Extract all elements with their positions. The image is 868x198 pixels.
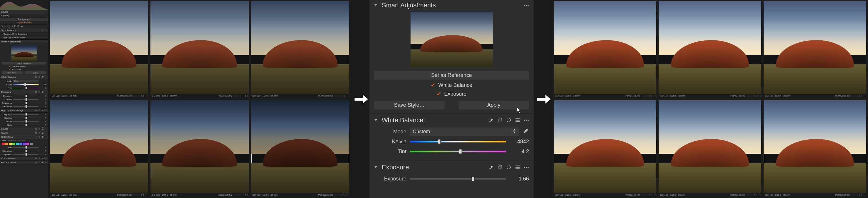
flow-arrow-icon [351,0,372,198]
exposure-slider[interactable] [410,178,506,180]
svg-rect-14 [516,167,520,168]
tint-slider[interactable] [410,151,506,152]
reset-icon[interactable]: ↺ [38,76,40,78]
lp-apply-button[interactable]: Apply [25,71,46,74]
set-as-reference-button[interactable]: Set as Reference [374,71,529,80]
lp-color-balance-header[interactable]: Color Balance⧉↺≣⋯ [0,156,48,161]
thumbnail[interactable]: ISO 1001/25 s35 mmP0000105.IIQ☆☆☆☆☆ [150,100,249,197]
svg-rect-12 [499,165,502,168]
save-style-button[interactable]: Save Style… [374,101,444,109]
svg-rect-11 [498,166,501,169]
layers-header[interactable]: Layers⋯ [0,10,48,14]
lp-levels-header[interactable]: Levels⧉↺≣⋯ [0,127,48,131]
eyedropper-icon[interactable] [523,128,529,135]
list-icon[interactable] [515,118,520,123]
svg-point-1 [526,5,527,6]
lp-white-balance-header[interactable]: White Balance⌖⧉↺≣⋯ [0,75,48,79]
center-inspector-panel: Smart Adjustments Set as Reference ✔Whit… [370,0,534,198]
copy-icon[interactable] [497,165,503,170]
lp-save-style-button[interactable]: Save Style… [2,71,24,74]
lp-wb-mode-row[interactable]: ModeShot [0,79,48,83]
lp-wb-tint-slider[interactable]: Tint0 [0,86,48,90]
tint-value[interactable]: 4.2 [510,149,529,155]
exposure-title: Exposure [382,163,485,171]
svg-point-2 [528,5,529,6]
layers-bg-row[interactable]: Background [0,17,48,21]
layers-opacity-row: Opacity [0,14,48,17]
thumbnail[interactable]: ISO 1001/25 s35 mmP0000101.IIQ☆☆☆☆☆ [554,1,657,98]
lp-bw-header[interactable]: Black & White⧉↺≣⋯ [0,161,48,165]
checkmark-icon: ✔ [437,91,441,97]
radial-icon[interactable]: ◯ [8,25,10,28]
lp-check-white-balance[interactable]: ✔White Balance [0,65,48,68]
svg-point-10 [528,120,529,121]
reset-icon[interactable] [506,165,512,170]
lp-smart-adjustments-header[interactable]: Smart Adjustments⋯ [0,40,48,44]
kelvin-slider[interactable] [410,141,506,143]
add-layer-icon[interactable]: ＋ [24,25,26,28]
thumbnail[interactable]: ISO 1001/25 s35 mmP0000104.IIQ☆☆☆☆☆ [554,100,657,197]
check-exposure[interactable]: ✔Exposure [374,91,529,97]
thumbnail[interactable]: ISO 1001/25 s35 mmP0000104.IIQ☆☆☆☆☆ [50,100,148,197]
eraser-icon[interactable]: ◧ [14,25,17,28]
svg-rect-4 [499,118,502,121]
chevron-down-icon[interactable] [374,3,378,8]
picker-tool-icon[interactable] [489,118,494,123]
chevron-down-icon[interactable] [374,165,378,170]
heal-icon[interactable]: ✚ [11,25,13,28]
wb-mode-row: Mode Custom [374,127,529,136]
thumbnail[interactable]: ISO 1001/25 s35 mmP0000103.IIQ☆☆☆☆☆ [251,1,349,98]
chevron-down-icon[interactable] [374,118,378,123]
white-balance-section: White Balance Mode Custom [370,114,534,161]
kelvin-value[interactable]: 4842 [510,138,529,145]
lp-set-reference-button[interactable]: Set as Reference [2,62,46,65]
smart-adjustments-section: Smart Adjustments Set as Reference ✔Whit… [370,0,534,114]
layers-copied-presets[interactable]: Copied Presets [0,21,48,25]
thumbnail-selected[interactable]: ISO 1001/25 s35 mmP0000106.IIQ☆☆☆☆☆ [251,100,349,197]
thumbnail-selected[interactable]: ISO 1001/25 s35 mmP0000106.IIQ☆☆☆☆☆ [764,100,866,197]
wb-tint-row: Tint 4.2 [374,147,529,156]
list-icon[interactable] [515,165,520,170]
layers-toolbar[interactable]: ✎ ▭ ◯ ✚ ◧ ▥ ⇄ ＋ ⋯ [0,25,48,28]
svg-rect-3 [498,119,501,122]
lp-clarity-header[interactable]: Clarity⧉↺≣⋯ [0,131,48,135]
lp-check-exposure[interactable]: ✔Exposure [0,68,48,71]
more-icon[interactable] [524,3,529,8]
more-icon[interactable] [524,165,529,170]
copy-icon[interactable] [497,118,503,123]
exposure-value[interactable]: 1.66 [510,176,529,182]
menu-icon[interactable]: ≣ [41,76,44,78]
invert-icon[interactable]: ⇄ [21,25,23,28]
picker-icon[interactable]: ⌖ [32,76,34,78]
reset-icon[interactable] [506,118,512,123]
check-white-balance[interactable]: ✔White Balance [374,82,529,88]
thumbnail[interactable]: ISO 1001/25 s35 mmP0000102.IIQ☆☆☆☆☆ [150,1,249,98]
lp-color-editor-header[interactable]: Color Editor⌖↺≣⋯ [0,135,48,139]
lp-color-swatches[interactable] [0,142,48,146]
svg-point-9 [526,120,527,121]
more-icon[interactable] [524,118,529,123]
svg-rect-5 [516,118,520,119]
lp-hdr-header[interactable]: High Dynamic Range⧉↺≣⋯ [0,109,48,113]
picker-tool-icon[interactable] [489,165,494,170]
lp-wb-kelvin-slider[interactable]: Kelvin5200 [0,83,48,86]
brush-icon[interactable]: ✎ [1,25,3,28]
wb-mode-select[interactable]: Custom [410,127,519,136]
style-brushes-custom[interactable]: Custom Style Brushes [0,33,48,36]
thumbnail[interactable]: ISO 1001/25 s35 mmP0000105.IIQ☆☆☆☆☆ [659,100,761,197]
thumbnail[interactable]: ISO 1001/25 s35 mmP0000101.IIQ☆☆☆☆☆ [50,1,148,98]
gradient-icon[interactable]: ▭ [4,25,7,28]
svg-point-17 [526,167,527,168]
delete-layer-icon[interactable]: ⋯ [44,25,47,28]
white-balance-title: White Balance [382,116,485,124]
thumbnail[interactable]: ISO 1001/25 s35 mmP0000103.IIQ☆☆☆☆☆ [764,1,866,98]
style-brushes-header[interactable]: Style Brushes⌄⋯ [0,28,48,33]
mask-icon[interactable]: ▥ [17,25,20,28]
copy-icon[interactable]: ⧉ [35,76,37,78]
lp-exposure-header[interactable]: Exposure⌖⧉↺≣⋯ [0,90,48,94]
style-brushes-builtin[interactable]: Built-in Style Brushes [0,36,48,39]
svg-point-8 [524,120,525,121]
thumbnail[interactable]: ISO 1001/25 s35 mmP0000102.IIQ☆☆☆☆☆ [659,1,761,98]
lp-color-editor-tabs[interactable]: BasicAdvancedSkin Tone [0,139,48,142]
apply-button[interactable]: Apply [459,101,529,109]
